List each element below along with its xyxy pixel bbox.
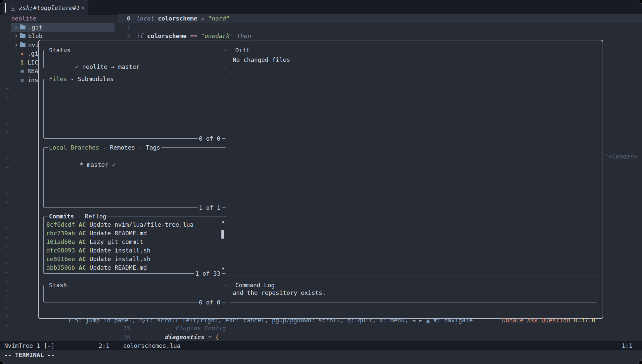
status-panel-title: Status — [48, 46, 72, 55]
commit-message: Update nvim/lua/file-tree.lua — [89, 221, 193, 228]
commits-panel[interactable]: Commits - Reflog 8cf6dcdfACUpdate nvim/l… — [43, 216, 226, 274]
commit-row[interactable]: 101ad60aACLazy git commit — [46, 238, 218, 246]
files-counter: 0 of 0 — [198, 134, 222, 143]
close-icon[interactable]: × — [81, 0, 84, 15]
code-line[interactable]: diagnostics = { — [136, 333, 219, 341]
license-file-icon: § — [20, 60, 25, 66]
line-number: 2 — [120, 31, 130, 40]
tabline: zsh;#toggleterm#1 × — [0, 0, 642, 15]
tab-files[interactable]: Files — [49, 75, 67, 82]
terminal-tab[interactable]: zsh;#toggleterm#1 × — [3, 0, 88, 15]
filetree-item-install[interactable]: ▥ ins — [17, 75, 38, 84]
filetree-root[interactable]: neolite — [11, 14, 36, 23]
scroll-up-icon[interactable]: ▲ — [222, 219, 224, 223]
keybindings-help: 1-5: jump to panel, H/L: scroll left/rig… — [68, 317, 473, 324]
stash-counter: 0 of 0 — [198, 298, 222, 307]
commit-hash: abb3506b — [46, 264, 75, 271]
commit-row[interactable]: ce5916eeACUpdate install.sh — [46, 255, 218, 263]
tab-remotes-tags[interactable]: - Remotes - Tags — [99, 144, 160, 151]
chevron-right-icon: › — [14, 23, 19, 32]
tab-reflog[interactable]: - Reflog — [74, 213, 107, 220]
code-line[interactable]: if colorscheme == "onedark" then — [136, 31, 251, 40]
file-icon — [11, 5, 15, 11]
commit-author: AC — [79, 221, 86, 228]
filetree-item-label: REA — [27, 68, 38, 74]
filetree-item-git[interactable]: › .git — [11, 23, 115, 32]
lazygit-float: Status ✓neolite → master Files - Submodu… — [38, 40, 603, 319]
statusline-filename: colorschemes.lua — [123, 341, 180, 350]
stash-panel[interactable]: Stash 0 of 0 — [43, 285, 226, 302]
files-panel-title: Files - Submodules — [48, 74, 115, 83]
scroll-down-icon[interactable]: ▼ — [222, 266, 224, 271]
commit-message: Update install.sh — [89, 255, 150, 262]
commit-row[interactable]: dfc08093ACUpdate install.sh — [46, 246, 218, 255]
branches-counter: 1 of 1 — [198, 203, 222, 212]
tab-submodules[interactable]: - Submodules — [67, 75, 114, 82]
diff-panel-title: Diff — [234, 46, 251, 55]
filetree-item-readme[interactable]: ▤ REA — [17, 67, 38, 75]
commit-author: AC — [79, 255, 86, 262]
commit-author: AC — [79, 238, 86, 245]
check-icon: ✓ — [112, 161, 115, 168]
commit-hash: dfc08093 — [46, 247, 75, 254]
line-number: 35 — [120, 324, 130, 333]
folder-icon — [20, 25, 25, 29]
commit-author: AC — [79, 230, 86, 237]
status-panel[interactable]: Status ✓neolite → master — [43, 50, 226, 68]
status-text: neolite → master — [82, 63, 140, 70]
filetree-item-label: .git — [28, 24, 42, 31]
tab-local-branches[interactable]: Local Branches — [49, 144, 99, 151]
commit-row[interactable]: abb3506bACUpdate README.md — [46, 263, 218, 272]
commit-hash: cbc739ab — [46, 230, 75, 237]
filetree-item-label: nvi — [28, 41, 39, 48]
filetree-item-label: LIC — [27, 59, 38, 66]
terminal-window: zsh;#toggleterm#1 × 0 local colorscheme … — [0, 0, 642, 364]
commit-row[interactable]: 8cf6dcdfACUpdate nvim/lua/file-tree.lua — [46, 220, 218, 229]
filetree-item-nvim[interactable]: › nvi — [11, 40, 39, 49]
filetree-item-label: ins — [27, 76, 38, 83]
commit-message: Update install.sh — [89, 247, 150, 254]
mode-indicator: -- TERMINAL -- — [4, 350, 55, 359]
commit-row[interactable]: cbc739abACUpdate README.md — [46, 229, 218, 238]
readme-file-icon: ▤ — [20, 68, 25, 74]
files-panel[interactable]: Files - Submodules 0 of 0 — [43, 79, 226, 139]
commit-author: AC — [79, 264, 86, 271]
folder-icon — [20, 34, 25, 38]
ask-question-link[interactable]: Ask Question — [527, 317, 570, 324]
branches-panel-title: Local Branches - Remotes - Tags — [48, 143, 161, 152]
branch-name: * master — [80, 161, 109, 168]
command-log-panel-title: Command Log — [234, 281, 276, 290]
line-number: 0 — [120, 14, 130, 23]
git-file-icon: ◆ — [20, 51, 25, 57]
code-line[interactable]: local colorscheme = "nord" — [136, 14, 230, 23]
scrollbar-thumb[interactable] — [221, 230, 224, 239]
filetree-item-blob[interactable]: › blob — [11, 31, 42, 40]
line-number: 36 — [120, 333, 130, 341]
code-line[interactable]: -- Plugins Config -- — [136, 324, 237, 333]
diff-panel[interactable]: Diff No changed files — [230, 50, 597, 276]
stash-panel-title: Stash — [48, 281, 68, 290]
branches-panel[interactable]: Local Branches - Remotes - Tags * master… — [43, 147, 226, 208]
tab-commits[interactable]: Commits — [49, 213, 74, 220]
donate-link[interactable]: Donate — [502, 317, 524, 324]
filetree-item-gitignore[interactable]: ◆ .gi — [17, 49, 38, 58]
commit-author: AC — [79, 247, 86, 254]
commit-message: Update README.md — [89, 230, 147, 237]
commit-hash: 8cf6dcdf — [46, 221, 75, 228]
tab-title: zsh;#toggleterm#1 — [19, 0, 80, 15]
filetree-item-license[interactable]: § LIC — [17, 58, 38, 67]
script-file-icon: ▥ — [20, 77, 25, 83]
commit-hash: ce5916ee — [46, 255, 75, 262]
commits-counter: 1 of 33 — [194, 269, 222, 278]
empty-buffer-lines: ~ ~ ~ ~ ~ ~ ~ ~ ~ ~ ~ ~ ~ ~ ~ ~ ~ ~ ~ ~ … — [5, 84, 9, 330]
commit-message: Lazy git commit — [89, 238, 143, 245]
statusline-file-position: 1:1 — [621, 341, 632, 350]
check-icon: ✓ — [75, 63, 79, 70]
commit-list: 8cf6dcdfACUpdate nvim/lua/file-tree.luac… — [46, 220, 218, 272]
chevron-right-icon: › — [14, 40, 19, 49]
commits-panel-title: Commits - Reflog — [48, 212, 108, 221]
command-log-panel[interactable]: Command Log and the repository exists. — [230, 285, 597, 302]
diff-content: No changed files — [230, 50, 597, 63]
commit-message: Update README.md — [89, 264, 147, 271]
leader-register-hint: '<leader> — [605, 152, 637, 161]
